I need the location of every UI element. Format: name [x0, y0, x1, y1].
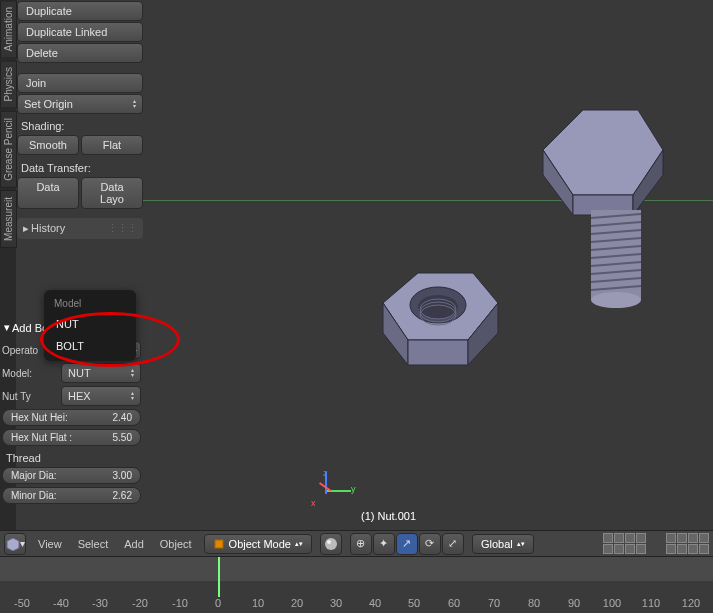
duplicate-button[interactable]: Duplicate [17, 1, 143, 21]
model-label: Model: [2, 368, 57, 379]
minor-dia-field[interactable]: Minor Dia: 2.62 [2, 487, 141, 504]
menu-select[interactable]: Select [74, 536, 113, 552]
orientation-dropdown[interactable]: Global ▴▾ [472, 534, 534, 554]
history-panel[interactable]: ▸History ⋮⋮⋮ [17, 218, 143, 239]
hex-nut-flat-field[interactable]: Hex Nut Flat : 5.50 [2, 429, 141, 446]
menu-object[interactable]: Object [156, 536, 196, 552]
svg-rect-26 [215, 540, 223, 548]
set-origin-label: Set Origin [24, 98, 73, 110]
scene-render [143, 0, 713, 530]
popup-item-bolt[interactable]: BOLT [44, 335, 136, 357]
timeline-ticks: -50 -40 -30 -20 -10 0 10 20 30 40 50 60 … [0, 597, 713, 613]
orientation-label: Global [481, 538, 513, 550]
layer-buttons[interactable] [603, 533, 646, 554]
hex-nut-flat-value: 5.50 [113, 432, 132, 443]
nut-type-label: Nut Ty [2, 391, 57, 402]
model-dropdown[interactable]: NUT ▴▾ [61, 363, 141, 383]
viewport-header: ▾ View Select Add Object Object Mode ▴▾ … [0, 530, 713, 556]
tab-physics[interactable]: Physics [0, 60, 17, 108]
data-layout-button[interactable]: Data Layo [81, 177, 143, 209]
manipulator-toggle[interactable]: ✦ [373, 533, 395, 555]
shading-sphere-button[interactable] [320, 533, 342, 555]
manipulator-scale[interactable]: ⤢ [442, 533, 464, 555]
minor-dia-label: Minor Dia: [11, 490, 57, 501]
hex-nut-height-field[interactable]: Hex Nut Hei: 2.40 [2, 409, 141, 426]
scale-icon: ⤢ [448, 537, 457, 550]
hex-nut-height-value: 2.40 [113, 412, 132, 423]
svg-point-15 [591, 292, 641, 308]
updown-icon: ▴▾ [131, 391, 134, 401]
major-dia-field[interactable]: Major Dia: 3.00 [2, 467, 141, 484]
data-button[interactable]: Data [17, 177, 79, 209]
tab-measureit[interactable]: Measureit [0, 190, 17, 248]
mode-label: Object Mode [229, 538, 291, 550]
mode-dropdown[interactable]: Object Mode ▴▾ [204, 534, 312, 554]
nut-type-dropdown[interactable]: HEX ▴▾ [61, 386, 141, 406]
shading-flat-button[interactable]: Flat [81, 135, 143, 155]
timeline-strip [0, 557, 713, 581]
menu-add[interactable]: Add [120, 536, 148, 552]
rotate-icon: ⟳ [425, 537, 434, 550]
major-dia-value: 3.00 [113, 470, 132, 481]
data-transfer-label: Data Transfer: [21, 162, 143, 174]
arrow-icon: ↗ [402, 537, 411, 550]
manipulator-translate[interactable]: ↗ [396, 533, 418, 555]
triangle-right-icon: ▸ [23, 222, 29, 234]
grip-icon: ⋮⋮⋮ [107, 222, 137, 235]
svg-point-28 [327, 540, 331, 544]
model-value: NUT [68, 367, 91, 379]
set-origin-dropdown[interactable]: Set Origin ▴▾ [17, 94, 143, 114]
nut-type-value: HEX [68, 390, 91, 402]
minor-dia-value: 2.62 [113, 490, 132, 501]
history-label: History [31, 222, 65, 234]
updown-icon: ▴▾ [131, 368, 134, 378]
axes-icon: ✦ [379, 537, 388, 550]
updown-icon: ▴▾ [517, 540, 525, 548]
updown-icon: ▴▾ [295, 540, 303, 548]
popup-header: Model [44, 294, 136, 313]
tab-animation[interactable]: Animation [0, 0, 17, 58]
triangle-down-icon: ▾ [4, 321, 10, 334]
shading-label: Shading: [21, 120, 143, 132]
svg-point-27 [325, 538, 337, 550]
timeline[interactable]: -50 -40 -30 -20 -10 0 10 20 30 40 50 60 … [0, 556, 713, 613]
hex-nut-height-label: Hex Nut Hei: [11, 412, 68, 423]
major-dia-label: Major Dia: [11, 470, 57, 481]
delete-button[interactable]: Delete [17, 43, 143, 63]
object-mode-icon [213, 538, 225, 550]
thread-label: Thread [6, 452, 143, 464]
sphere-icon [324, 537, 338, 551]
svg-marker-25 [7, 538, 19, 551]
updown-icon: ▴▾ [133, 99, 136, 109]
3d-viewport[interactable]: z y x (1) Nut.001 [143, 0, 713, 530]
pivot-icon: ⊕ [356, 537, 365, 550]
active-object-name: (1) Nut.001 [361, 510, 416, 522]
cube-icon [6, 537, 20, 551]
tab-grease-pencil[interactable]: Grease Pencil [0, 111, 17, 188]
menu-view[interactable]: View [34, 536, 66, 552]
join-button[interactable]: Join [17, 73, 143, 93]
layer-buttons-2[interactable] [666, 533, 709, 554]
tool-column: Duplicate Duplicate Linked Delete Join S… [17, 0, 143, 239]
popup-item-nut[interactable]: NUT [44, 313, 136, 335]
shading-smooth-button[interactable]: Smooth [17, 135, 79, 155]
model-popup-menu: Model NUT BOLT [44, 290, 136, 361]
axis-gizmo: z y x [313, 472, 353, 512]
duplicate-linked-button[interactable]: Duplicate Linked [17, 22, 143, 42]
editor-type-dropdown[interactable]: ▾ [4, 533, 26, 555]
hex-nut-flat-label: Hex Nut Flat : [11, 432, 72, 443]
manipulator-rotate[interactable]: ⟳ [419, 533, 441, 555]
playhead[interactable] [218, 557, 220, 597]
pivot-button[interactable]: ⊕ [350, 533, 372, 555]
svg-marker-18 [408, 340, 468, 365]
